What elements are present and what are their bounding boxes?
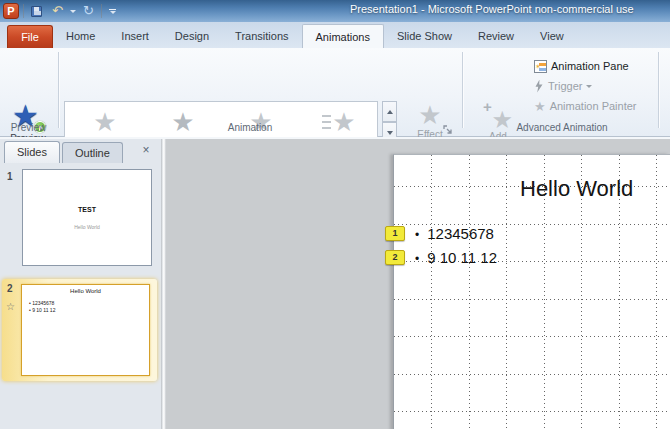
gridline-vertical	[469, 155, 470, 429]
dropdown-arrow-icon	[586, 85, 592, 88]
preview-group-label: Preview	[0, 122, 57, 133]
chevron-down-icon	[110, 11, 116, 14]
slide-1-title: TEST	[23, 206, 151, 213]
animation-painter-icon: ★	[534, 100, 546, 113]
ribbon: ★ Preview Preview ★ None ★ Appear ★ Fade	[0, 48, 670, 137]
trigger-button[interactable]: Trigger	[534, 77, 592, 95]
gridline-vertical	[431, 155, 432, 429]
group-separator	[658, 52, 659, 128]
triangle-down-icon	[387, 131, 393, 135]
tab-animations[interactable]: Animations	[302, 24, 384, 48]
group-separator	[462, 52, 463, 128]
powerpoint-window: P ↶ ↻ Presentation1 - Microsoft PowerPoi…	[0, 0, 670, 429]
animation-painter-button[interactable]: ★ Animation Painter	[534, 97, 636, 115]
save-icon	[31, 6, 42, 17]
tab-home[interactable]: Home	[53, 24, 108, 48]
slide-2-selection: 2 ☆ Hello World • 12345678 • 9 10 11 12	[2, 279, 157, 381]
tab-design[interactable]: Design	[162, 24, 222, 48]
tab-insert[interactable]: Insert	[108, 24, 162, 48]
ribbon-tab-row: File Home Insert Design Transitions Anim…	[0, 22, 670, 48]
panel-splitter[interactable]	[161, 139, 166, 429]
slides-panel: Slides Outline × 1 TEST Hello World 2 ☆ …	[0, 139, 161, 429]
gridline-vertical	[506, 155, 507, 429]
slide-2-bullet: • 9 10 11 12	[29, 307, 55, 313]
bullet-icon: •	[415, 228, 419, 242]
tab-view[interactable]: View	[527, 24, 577, 48]
gridline-vertical	[656, 155, 657, 429]
bullet-1-text: 12345678	[427, 225, 494, 242]
customize-qat-button[interactable]	[106, 7, 119, 16]
slide-bullet-1[interactable]: • 12345678	[415, 225, 494, 242]
group-separator	[58, 52, 59, 128]
gridline-horizontal	[394, 336, 670, 337]
separator	[23, 4, 24, 18]
animation-group-label: Animation	[120, 122, 380, 133]
tab-slides[interactable]: Slides	[4, 141, 60, 163]
gallery-scroll-up-button[interactable]	[382, 101, 397, 122]
tab-slide-show[interactable]: Slide Show	[384, 24, 465, 48]
bar-icon	[109, 9, 116, 10]
animation-dialog-launcher[interactable]	[443, 122, 454, 133]
slide-canvas[interactable]: Hello World 1 • 12345678 2 • 9 10 11 12	[393, 154, 670, 429]
slide-2-title: Hello World	[22, 288, 149, 294]
slide-title-text[interactable]: Hello World	[520, 176, 633, 202]
triangle-up-icon	[387, 110, 393, 114]
bullet-2-text: 9 10 11 12	[427, 249, 497, 266]
bullet-icon: •	[415, 252, 419, 266]
lightning-icon	[534, 80, 544, 93]
gridline-horizontal	[394, 299, 670, 300]
redo-button[interactable]: ↻	[80, 3, 97, 20]
tab-transitions[interactable]: Transitions	[222, 24, 301, 48]
slide-2-bullet: • 12345678	[29, 300, 54, 306]
slide-2-thumbnail[interactable]: Hello World • 12345678 • 9 10 11 12	[21, 284, 150, 376]
separator	[101, 4, 102, 18]
gridline-horizontal	[394, 374, 670, 375]
undo-icon: ↶	[52, 6, 63, 16]
plus-icon: +	[483, 98, 492, 115]
animation-painter-label: Animation Painter	[550, 100, 637, 112]
slide-1-number: 1	[7, 171, 13, 182]
slide-bullet-2[interactable]: • 9 10 11 12	[415, 249, 497, 266]
slide-2-number: 2	[7, 283, 13, 294]
tab-review[interactable]: Review	[465, 24, 527, 48]
animation-indicator-icon: ☆	[6, 301, 15, 312]
animation-pane-label: Animation Pane	[551, 60, 629, 72]
save-button[interactable]	[28, 3, 45, 20]
tab-outline[interactable]: Outline	[62, 142, 123, 163]
close-panel-button[interactable]: ×	[137, 142, 155, 159]
title-bar: P ↶ ↻ Presentation1 - Microsoft PowerPoi…	[0, 0, 670, 22]
powerpoint-app-icon[interactable]: P	[3, 3, 19, 19]
animation-pane-icon: ✶	[534, 60, 547, 73]
slide-1-thumbnail[interactable]: TEST Hello World	[22, 169, 152, 266]
star-icon: ★	[418, 101, 441, 129]
tab-file[interactable]: File	[7, 25, 53, 48]
advanced-animation-group-label: Advanced Animation	[466, 122, 658, 133]
animation-order-tag-2[interactable]: 2	[385, 250, 405, 265]
slide-1-subtitle: Hello World	[23, 224, 151, 230]
window-title: Presentation1 - Microsoft PowerPoint non…	[350, 3, 634, 15]
gridline-horizontal	[394, 411, 670, 412]
undo-dropdown-arrow-icon[interactable]	[70, 10, 76, 13]
animation-pane-button[interactable]: ✶ Animation Pane	[534, 57, 629, 75]
animation-order-tag-1[interactable]: 1	[385, 226, 405, 241]
redo-icon: ↻	[83, 6, 94, 16]
star-icon: ★	[93, 108, 116, 136]
undo-button[interactable]: ↶	[49, 3, 66, 20]
trigger-label: Trigger	[548, 80, 582, 92]
workspace: Slides Outline × 1 TEST Hello World 2 ☆ …	[0, 137, 670, 429]
panel-tabs: Slides Outline	[4, 141, 125, 163]
quick-access-toolbar: P ↶ ↻	[0, 0, 119, 22]
